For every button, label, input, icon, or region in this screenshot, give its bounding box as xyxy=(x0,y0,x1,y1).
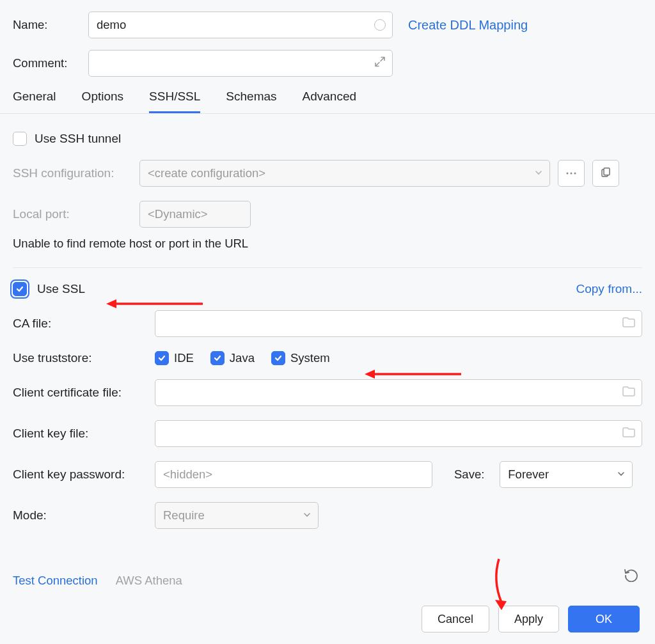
ca-file-input[interactable] xyxy=(155,310,642,337)
ssh-config-copy-button[interactable] xyxy=(592,160,619,187)
driver-name: AWS Athena xyxy=(116,574,182,588)
client-key-label: Client key file: xyxy=(13,427,155,441)
truststore-java-label: Java xyxy=(230,351,255,365)
svg-rect-4 xyxy=(604,168,610,175)
mode-label: Mode: xyxy=(13,508,155,522)
save-select[interactable]: Forever xyxy=(500,461,633,488)
folder-icon[interactable] xyxy=(622,427,635,441)
client-cert-input[interactable] xyxy=(155,379,642,406)
truststore-label: Use truststore: xyxy=(13,351,155,365)
ssh-config-placeholder: <create configuration> xyxy=(148,166,265,180)
local-port-placeholder: <Dynamic> xyxy=(148,207,208,221)
truststore-system-checkbox[interactable] xyxy=(271,351,285,365)
tab-general[interactable]: General xyxy=(13,90,56,113)
ssh-config-label: SSH configuration: xyxy=(13,166,139,180)
client-key-pwd-placeholder: <hidden> xyxy=(163,467,212,482)
ssl-copy-from-link[interactable]: Copy from... xyxy=(576,282,642,296)
apply-button[interactable]: Apply xyxy=(498,606,559,632)
test-connection-link[interactable]: Test Connection xyxy=(13,574,98,588)
chevron-down-icon xyxy=(617,467,626,482)
truststore-system-label: System xyxy=(290,351,330,365)
name-label: Name: xyxy=(13,18,88,32)
name-value: demo xyxy=(97,18,126,32)
chevron-down-icon xyxy=(534,166,543,180)
ssh-error-text: Unable to find remote host or port in th… xyxy=(13,237,642,251)
truststore-ide-checkbox[interactable] xyxy=(155,351,169,365)
ssh-config-more-button[interactable] xyxy=(558,160,585,187)
mode-value: Require xyxy=(163,508,205,522)
use-ssl-checkbox[interactable] xyxy=(13,282,27,296)
tab-advanced[interactable]: Advanced xyxy=(303,90,357,113)
tab-options[interactable]: Options xyxy=(82,90,123,113)
tab-schemas[interactable]: Schemas xyxy=(226,90,276,113)
mode-select[interactable]: Require xyxy=(155,502,319,529)
truststore-ide-label: IDE xyxy=(174,351,194,365)
folder-icon[interactable] xyxy=(622,386,635,400)
ssh-config-select[interactable]: <create configuration> xyxy=(139,160,550,187)
use-ssh-tunnel-label: Use SSH tunnel xyxy=(35,132,121,146)
svg-point-1 xyxy=(571,173,572,175)
cancel-button[interactable]: Cancel xyxy=(422,606,489,632)
annotation-arrow-icon xyxy=(486,555,512,613)
unsaved-indicator-icon xyxy=(374,19,386,31)
tab-sshssl[interactable]: SSH/SSL xyxy=(149,90,200,113)
save-label: Save: xyxy=(454,467,484,482)
use-ssh-tunnel-checkbox[interactable] xyxy=(13,132,27,146)
comment-label: Comment: xyxy=(13,56,88,70)
svg-point-2 xyxy=(574,173,576,175)
chevron-down-icon xyxy=(303,508,312,522)
client-cert-label: Client certificate file: xyxy=(13,386,155,400)
use-ssl-label: Use SSL xyxy=(37,282,85,296)
name-input[interactable]: demo xyxy=(88,12,393,38)
client-key-pwd-label: Client key password: xyxy=(13,467,155,482)
client-key-input[interactable] xyxy=(155,420,642,447)
folder-icon[interactable] xyxy=(622,317,635,331)
ok-button[interactable]: OK xyxy=(568,606,640,632)
create-ddl-mapping-link[interactable]: Create DDL Mapping xyxy=(408,18,528,33)
truststore-java-checkbox[interactable] xyxy=(210,351,225,365)
comment-input[interactable] xyxy=(88,50,393,77)
tabs: General Options SSH/SSL Schemas Advanced xyxy=(0,81,655,114)
ca-file-label: CA file: xyxy=(13,317,155,331)
svg-point-0 xyxy=(567,173,569,175)
save-value: Forever xyxy=(508,467,549,482)
local-port-input[interactable]: <Dynamic> xyxy=(139,201,251,228)
client-key-pwd-input[interactable]: <hidden> xyxy=(155,461,432,488)
local-port-label: Local port: xyxy=(13,207,139,221)
revert-button[interactable] xyxy=(623,568,640,585)
expand-icon[interactable] xyxy=(374,56,386,71)
